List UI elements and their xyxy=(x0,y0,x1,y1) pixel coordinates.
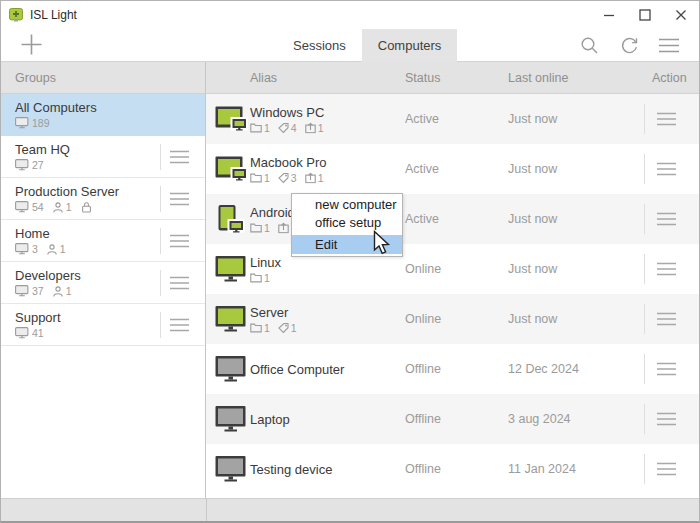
menu-item-new-computer[interactable]: new computer xyxy=(292,196,402,214)
alias-cell: Office Computer xyxy=(250,362,344,377)
tab-sessions[interactable]: Sessions xyxy=(277,29,362,62)
share-icon xyxy=(278,222,289,233)
computer-alias: Server xyxy=(250,305,297,320)
computers-count-icon xyxy=(15,159,29,171)
row-actions-icon[interactable] xyxy=(656,112,677,130)
computer-row-office-computer[interactable]: Office ComputerOffline12 Dec 2024 xyxy=(206,344,699,394)
group-counts: 31 xyxy=(15,243,66,255)
status-text: Online xyxy=(405,262,441,276)
folder-icon xyxy=(250,222,262,233)
computer-alias: Macbook Pro xyxy=(250,155,327,170)
computer-alias: Windows PC xyxy=(250,105,324,120)
last-online-text: Just now xyxy=(508,262,557,276)
status-text: Offline xyxy=(405,362,441,376)
sidebar-item-developers[interactable]: Developers371 xyxy=(1,262,205,304)
share-count: 1 xyxy=(318,172,324,184)
group-actions-icon[interactable] xyxy=(169,318,190,336)
last-online-text: 11 Jan 2024 xyxy=(508,462,576,476)
divider xyxy=(644,454,645,484)
share-icon xyxy=(305,122,316,133)
group-actions-icon[interactable] xyxy=(169,276,190,294)
menu-icon[interactable] xyxy=(649,29,689,62)
computer-row-testing-device[interactable]: Testing deviceOffline11 Jan 2024 xyxy=(206,444,699,494)
lock-icon xyxy=(81,201,92,213)
computer-alias: Laptop xyxy=(250,412,290,427)
alias-cell: Linux1 xyxy=(250,255,281,284)
folder-count: 1 xyxy=(264,172,270,184)
close-button[interactable] xyxy=(663,1,699,29)
row-actions-icon[interactable] xyxy=(656,312,677,330)
search-icon[interactable] xyxy=(569,29,609,62)
computers-count: 27 xyxy=(32,159,44,171)
tab-computers[interactable]: Computers xyxy=(362,29,458,62)
row-actions-icon[interactable] xyxy=(656,262,677,280)
computer-row-server[interactable]: Server11OnlineJust now xyxy=(206,294,699,344)
minimize-button[interactable] xyxy=(591,1,627,29)
groups-header: Groups xyxy=(1,62,205,94)
sidebar-item-home[interactable]: Home31 xyxy=(1,220,205,262)
folder-count: 1 xyxy=(264,272,270,284)
status-bar xyxy=(1,498,699,521)
sidebar-item-production-server[interactable]: Production Server541 xyxy=(1,178,205,220)
sidebar-item-team-hq[interactable]: Team HQ27 xyxy=(1,136,205,178)
row-actions-icon[interactable] xyxy=(656,412,677,430)
monitor-icon xyxy=(215,306,246,333)
divider xyxy=(644,154,645,184)
alias-cell: Laptop xyxy=(250,412,290,427)
last-online-text: Just now xyxy=(508,312,557,326)
divider xyxy=(160,270,161,296)
maximize-button[interactable] xyxy=(627,1,663,29)
status-text: Offline xyxy=(405,412,441,426)
status-text: Online xyxy=(405,312,441,326)
alias-meta: 131 xyxy=(250,172,327,184)
titlebar: ISL Light xyxy=(1,1,699,29)
group-actions-icon[interactable] xyxy=(169,150,190,168)
app-logo-icon xyxy=(9,8,23,22)
footer-divider xyxy=(206,499,207,521)
users-count-icon xyxy=(53,286,63,297)
alias-meta: 11 xyxy=(250,222,297,234)
folder-count: 1 xyxy=(264,222,270,234)
tablet-icon xyxy=(215,205,246,234)
column-header-alias: Alias xyxy=(250,71,277,85)
computer-row-android[interactable]: Android11ActiveJust now xyxy=(206,194,699,244)
group-name: Support xyxy=(15,310,61,325)
row-actions-icon[interactable] xyxy=(656,162,677,180)
computer-row-windows-pc[interactable]: Windows PC141ActiveJust now xyxy=(206,94,699,144)
sidebar-item-support[interactable]: Support41 xyxy=(1,304,205,346)
divider xyxy=(160,144,161,170)
divider xyxy=(644,104,645,134)
row-actions-icon[interactable] xyxy=(656,462,677,480)
computer-row-laptop[interactable]: LaptopOffline3 aug 2024 xyxy=(206,394,699,444)
view-tabs: SessionsComputers xyxy=(277,29,457,62)
tag-count: 4 xyxy=(291,122,297,134)
alias-cell: Macbook Pro131 xyxy=(250,155,327,184)
group-actions-icon[interactable] xyxy=(169,234,190,252)
share-icon xyxy=(305,172,316,183)
computers-count: 41 xyxy=(32,327,44,339)
divider xyxy=(644,404,645,434)
row-actions-icon[interactable] xyxy=(656,212,677,230)
group-name: Production Server xyxy=(15,184,119,199)
computer-row-linux[interactable]: Linux1OnlineJust now xyxy=(206,244,699,294)
folder-icon xyxy=(250,322,262,333)
row-actions-icon[interactable] xyxy=(656,362,677,380)
computers-panel: AliasStatusLast onlineAction Windows PC1… xyxy=(206,62,699,499)
mouse-cursor xyxy=(373,230,392,257)
computers-count-icon xyxy=(15,117,29,129)
sidebar-item-all-computers[interactable]: All Computers189 xyxy=(1,94,205,136)
group-actions-icon[interactable] xyxy=(169,192,190,210)
tag-icon xyxy=(278,322,289,333)
group-counts: 371 xyxy=(15,285,72,297)
last-online-text: Just now xyxy=(508,212,557,226)
folder-count: 1 xyxy=(264,322,270,334)
desktop-icon xyxy=(215,106,249,132)
monitor-icon xyxy=(215,456,246,483)
refresh-icon[interactable] xyxy=(609,29,649,62)
computer-row-macbook-pro[interactable]: Macbook Pro131ActiveJust now xyxy=(206,144,699,194)
last-online-text: 3 aug 2024 xyxy=(508,412,571,426)
group-counts: 41 xyxy=(15,327,44,339)
add-computer-button[interactable] xyxy=(19,34,43,58)
last-online-text: Just now xyxy=(508,112,557,126)
computers-count: 3 xyxy=(32,243,38,255)
